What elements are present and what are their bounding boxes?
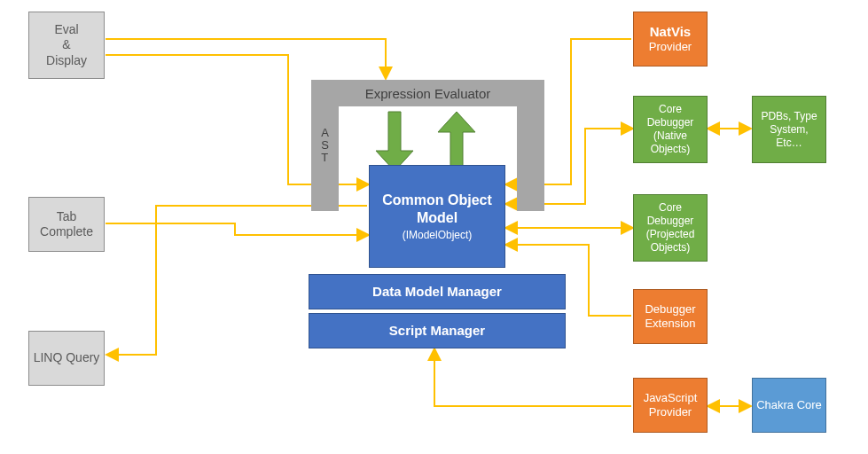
- core-debugger-projected-box: Core Debugger (Projected Objects): [633, 194, 708, 262]
- natvis-title: NatVis: [650, 24, 691, 41]
- eval-display-box: Eval & Display: [28, 12, 105, 79]
- linq-query-box: LINQ Query: [28, 331, 105, 386]
- javascript-provider-box: JavaScript Provider: [633, 378, 708, 433]
- common-object-model-subtitle: (IModelObject): [403, 229, 473, 242]
- natvis-provider-box: NatVis Provider: [633, 12, 708, 67]
- expression-evaluator-header: Expression Evaluator: [311, 80, 544, 106]
- pdbs-box: PDBs, Type System, Etc…: [752, 96, 826, 163]
- debugger-extension-box: Debugger Extension: [633, 289, 708, 344]
- common-object-model-title: Common Object Model: [370, 192, 504, 227]
- tab-complete-box: Tab Complete: [28, 197, 105, 252]
- core-debugger-native-box: Core Debugger (Native Objects): [633, 96, 708, 163]
- evaluator-right-column: [517, 106, 544, 211]
- chakra-core-box: Chakra Core: [752, 378, 826, 433]
- script-manager-box: Script Manager: [309, 313, 566, 348]
- diagram-canvas: Eval & Display Tab Complete LINQ Query E…: [0, 0, 868, 454]
- natvis-subtitle: Provider: [649, 40, 692, 54]
- common-object-model-box: Common Object Model (IModelObject): [369, 165, 505, 268]
- ast-label: A S T: [311, 110, 339, 181]
- data-model-manager-box: Data Model Manager: [309, 274, 566, 309]
